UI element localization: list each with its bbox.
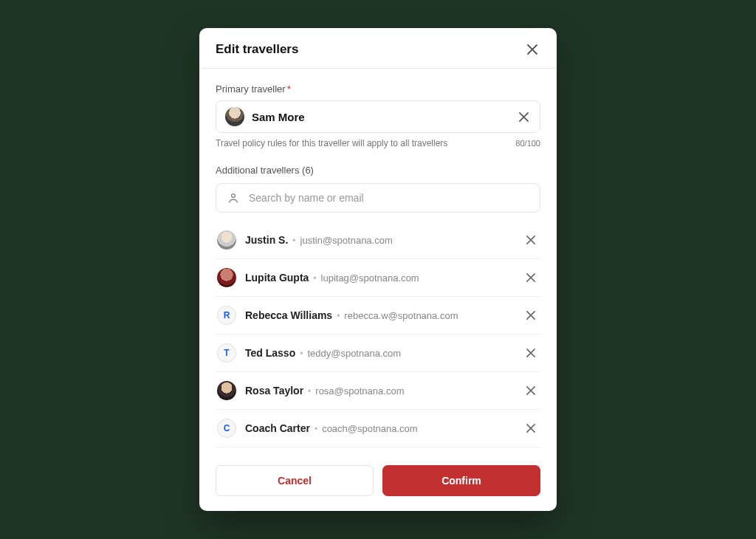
avatar: C	[217, 419, 236, 438]
avatar: R	[217, 306, 236, 325]
modal-header: Edit travellers	[199, 28, 557, 69]
close-icon	[526, 273, 535, 282]
separator-dot: •	[315, 424, 317, 434]
list-item: Rosa Taylor•rosa@spotnana.com	[216, 372, 540, 410]
close-icon	[526, 424, 535, 433]
required-asterisk: *	[287, 83, 291, 95]
close-icon	[526, 349, 535, 357]
edit-travellers-modal: Edit travellers Primary traveller* Sam M…	[199, 28, 557, 511]
list-item-info: Rebecca Williams•rebecca.w@spotnana.com	[245, 309, 514, 321]
primary-traveller-name: Sam More	[252, 111, 509, 123]
traveller-email: coach@spotnana.com	[322, 423, 418, 434]
avatar	[225, 107, 244, 126]
traveller-email: justin@spotnana.com	[300, 235, 393, 246]
traveller-name: Coach Carter	[245, 422, 310, 434]
traveller-email: rebecca.w@spotnana.com	[344, 310, 458, 321]
separator-dot: •	[300, 349, 303, 359]
remove-traveller-button[interactable]	[523, 345, 539, 361]
avatar	[217, 381, 236, 400]
close-button[interactable]	[524, 41, 540, 58]
list-item-info: Rosa Taylor•rosa@spotnana.com	[245, 385, 514, 396]
list-item-info: Coach Carter•coach@spotnana.com	[245, 422, 514, 434]
separator-dot: •	[292, 236, 295, 246]
list-item: Lupita Gupta•lupitag@spotnana.com	[216, 259, 540, 297]
close-icon	[519, 112, 529, 122]
additional-travellers-label: Additional travellers (6)	[216, 165, 540, 176]
clear-primary-button[interactable]	[516, 109, 531, 124]
traveller-name: Justin S.	[245, 234, 288, 246]
modal-title: Edit travellers	[216, 42, 298, 57]
close-icon	[527, 44, 537, 55]
close-icon	[526, 236, 535, 244]
char-counter: 80/100	[515, 139, 540, 148]
separator-dot: •	[313, 273, 316, 284]
list-item: Justin S.•justin@spotnana.com	[216, 222, 540, 259]
search-input[interactable]	[249, 192, 529, 204]
primary-traveller-label: Primary traveller*	[216, 83, 540, 95]
list-item-info: Lupita Gupta•lupitag@spotnana.com	[245, 272, 514, 284]
primary-helper-row: Travel policy rules for this traveller w…	[216, 138, 540, 148]
traveller-name: Rosa Taylor	[245, 385, 303, 396]
traveller-name: Rebecca Williams	[245, 309, 332, 321]
avatar: T	[217, 343, 236, 363]
traveller-name: Lupita Gupta	[245, 272, 309, 284]
close-icon	[526, 386, 535, 395]
avatar	[217, 268, 236, 287]
traveller-email: teddy@spotnana.com	[307, 348, 401, 359]
list-item: RRebecca Williams•rebecca.w@spotnana.com	[216, 297, 540, 334]
additional-travellers-list: Justin S.•justin@spotnana.comLupita Gupt…	[216, 222, 540, 447]
traveller-name: Ted Lasso	[245, 347, 295, 359]
list-item: CCoach Carter•coach@spotnana.com	[216, 410, 540, 447]
list-item-info: Ted Lasso•teddy@spotnana.com	[245, 347, 514, 359]
list-item-info: Justin S.•justin@spotnana.com	[245, 234, 514, 246]
search-box[interactable]	[216, 183, 540, 213]
traveller-email: lupitag@spotnana.com	[321, 272, 419, 284]
primary-helper-text: Travel policy rules for this traveller w…	[216, 138, 447, 148]
separator-dot: •	[337, 311, 340, 321]
list-item: TTed Lasso•teddy@spotnana.com	[216, 334, 540, 372]
confirm-button[interactable]: Confirm	[382, 465, 540, 496]
person-icon	[227, 191, 240, 205]
avatar	[217, 230, 236, 250]
remove-traveller-button[interactable]	[523, 420, 539, 436]
separator-dot: •	[308, 386, 311, 396]
remove-traveller-button[interactable]	[523, 307, 539, 323]
svg-point-0	[232, 194, 236, 198]
modal-body: Primary traveller* Sam More Travel polic…	[199, 69, 557, 453]
primary-traveller-field[interactable]: Sam More	[216, 100, 540, 133]
remove-traveller-button[interactable]	[523, 232, 539, 248]
remove-traveller-button[interactable]	[523, 382, 539, 399]
cancel-button[interactable]: Cancel	[216, 465, 374, 496]
modal-footer: Cancel Confirm	[199, 453, 557, 511]
traveller-email: rosa@spotnana.com	[315, 385, 404, 396]
remove-traveller-button[interactable]	[523, 270, 539, 286]
close-icon	[526, 311, 535, 320]
